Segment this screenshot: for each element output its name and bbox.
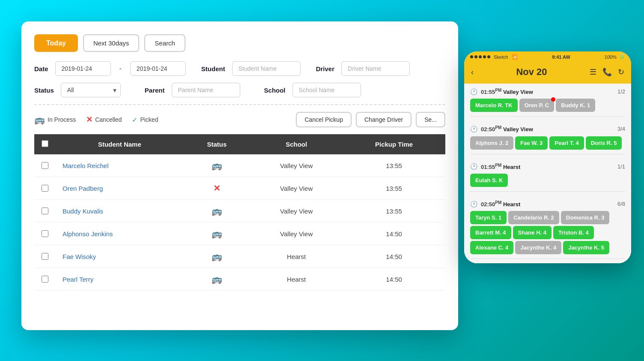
status-cell: 🚌 (184, 268, 250, 291)
row-checkbox-cell (34, 223, 56, 245)
student-chip[interactable]: Jacynthe K. 5 (563, 241, 609, 254)
send-button[interactable]: Se... (416, 112, 445, 127)
pickup-time-cell: 13:55 (343, 177, 445, 200)
table-row: Alphonso Jenkins 🚌 Valley View 14:50 (34, 223, 445, 245)
time-school: Hearst (503, 164, 520, 170)
time-label: 02:50PM Valley View (481, 125, 533, 132)
mobile-time-section: 🕐 01:55PM Hearst 1/1 Eulah S. K (464, 159, 631, 196)
table-row: Marcelo Reichel 🚌 Valley View 13:55 (34, 154, 445, 177)
student-chip[interactable]: Taryn S. 1 (470, 211, 507, 224)
student-grid: Marcelo R. TKOren P. CBuddy K. 1 (470, 99, 625, 112)
wifi-icon: 📶 (512, 54, 518, 60)
signal-dots (470, 55, 490, 58)
student-name-cell: Marcelo Reichel (56, 154, 184, 177)
row-checkbox[interactable] (42, 276, 48, 283)
student-chip[interactable]: Alphons J. 2 (470, 136, 513, 150)
pickup-time-cell: 14:50 (343, 223, 445, 245)
bus-icon: 🚌 (34, 114, 45, 125)
table-header-pickup-time: Pickup Time (343, 134, 445, 154)
row-checkbox[interactable] (42, 185, 48, 192)
time-count: 6/8 (617, 201, 625, 207)
clock-icon: 🕐 (470, 126, 477, 132)
clock-icon: 🕐 (470, 163, 477, 170)
student-chip[interactable]: Candelario R. 2 (508, 211, 559, 224)
student-name-cell: Buddy Kuvalis (56, 200, 184, 223)
status-select[interactable]: All In Process Cancelled Picked (61, 83, 121, 97)
date-label: Date (34, 65, 48, 72)
change-driver-button[interactable]: Change Driver (356, 112, 411, 127)
bus-status-icon: 🚌 (212, 161, 222, 170)
student-chip[interactable]: Jacynthe K. 4 (515, 241, 561, 254)
student-chip[interactable]: Pearl T. 4 (549, 136, 584, 150)
status-cell: 🚌 (184, 245, 250, 268)
pickup-time-cell: 14:50 (343, 268, 445, 291)
table-header-school: School (250, 134, 343, 154)
student-chip[interactable]: Buddy K. 1 (556, 99, 595, 112)
x-icon: ✕ (86, 115, 92, 124)
student-chip[interactable]: Doris R. 5 (586, 136, 622, 150)
action-buttons: Cancel Pickup Change Driver Se... (296, 112, 445, 127)
filter-row-2: Status All In Process Cancelled Picked ▾… (34, 83, 445, 97)
mobile-time-section: 🕐 01:55PM Valley View 1/2 Marcelo R. TKO… (464, 84, 631, 121)
mobile-date-label: Nov 20 (516, 66, 547, 78)
row-checkbox-cell (34, 268, 56, 291)
legend-cancelled: ✕ Cancelled (86, 115, 122, 124)
battery-label: 100% (605, 54, 617, 60)
row-checkbox[interactable] (42, 253, 48, 260)
table-row: Pearl Terry 🚌 Hearst 14:50 (34, 268, 445, 291)
row-checkbox[interactable] (42, 208, 48, 214)
time-count: 1/1 (617, 163, 625, 170)
student-chip[interactable]: Alexane C. 4 (470, 241, 513, 254)
student-chip[interactable]: Fae W. 3 (515, 136, 548, 150)
cancel-pickup-button[interactable]: Cancel Pickup (296, 112, 352, 127)
table-header-status: Status (184, 134, 250, 154)
time-header: 🕐 02:50PM Valley View 3/4 (470, 125, 625, 132)
phone-icon[interactable]: 📞 (602, 67, 612, 77)
today-button[interactable]: Today (34, 34, 78, 52)
student-chip[interactable]: Barrett M. 4 (470, 226, 511, 239)
status-cell: 🚌 (184, 154, 250, 177)
status-select-wrapper: All In Process Cancelled Picked ▾ (61, 83, 121, 97)
bus-status-icon: 🚌 (212, 206, 222, 216)
school-cell: Valley View (250, 154, 343, 177)
pickup-time-cell: 13:55 (343, 154, 445, 177)
row-checkbox[interactable] (42, 230, 48, 237)
school-cell: Valley View (250, 177, 343, 200)
student-chip[interactable]: Marcelo R. TK (470, 99, 518, 112)
search-button[interactable]: Search (144, 34, 185, 52)
mobile-content: 🕐 01:55PM Valley View 1/2 Marcelo R. TKO… (464, 84, 631, 263)
clock-icon: 🕐 (470, 201, 477, 208)
date-to-input[interactable] (130, 61, 186, 76)
time-count: 3/4 (617, 126, 625, 132)
student-input[interactable] (232, 61, 301, 76)
legend-in-process: 🚌 In Process (34, 114, 76, 125)
mobile-header-actions: ☰ 📞 ↻ (590, 67, 624, 77)
driver-input[interactable] (341, 61, 410, 76)
parent-input[interactable] (172, 83, 240, 97)
student-chip[interactable]: Eulah S. K (470, 174, 508, 187)
student-chip[interactable]: Oren P. C (519, 99, 555, 112)
status-icons: 100% 🔋 (605, 54, 625, 60)
status-cell: 🚌 (184, 200, 250, 223)
back-button[interactable]: ‹ (471, 68, 474, 77)
student-chip[interactable]: Shane H. 4 (513, 226, 552, 239)
mobile-overlay: Sketch 📶 9:41 AM 100% 🔋 ‹ Nov 20 ☰ 📞 ↻ 🕐… (464, 51, 631, 263)
school-cell: Hearst (250, 268, 343, 291)
mobile-header: ‹ Nov 20 ☰ 📞 ↻ (464, 62, 631, 84)
menu-icon[interactable]: ☰ (590, 67, 596, 77)
date-from-input[interactable] (55, 61, 111, 76)
student-name-cell: Pearl Terry (56, 268, 184, 291)
student-chip[interactable]: Triston B. 4 (553, 226, 594, 239)
select-all-checkbox[interactable] (42, 140, 48, 147)
time-header: 🕐 01:55PM Valley View 1/2 (470, 88, 625, 95)
student-chip[interactable]: Domenica R. 3 (561, 211, 610, 224)
school-input[interactable] (292, 83, 361, 97)
row-checkbox[interactable] (42, 162, 48, 169)
next30-button[interactable]: Next 30days (83, 34, 139, 52)
status-cell: ✕ (184, 177, 250, 200)
battery-icon: 🔋 (619, 54, 625, 60)
refresh-icon[interactable]: ↻ (618, 67, 624, 77)
bus-status-icon: 🚌 (212, 252, 222, 261)
main-card: Today Next 30days Search Date - Student … (21, 21, 458, 330)
pickup-time-cell: 13:55 (343, 200, 445, 223)
